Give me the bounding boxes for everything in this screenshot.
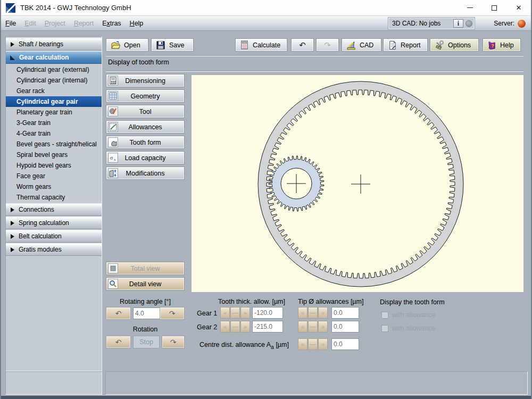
sidebar: Shaft / bearings Gear calculation Cylind… xyxy=(5,36,102,371)
magnifier-icon xyxy=(108,279,118,289)
rotate-cw-button[interactable]: ↷ xyxy=(160,307,185,320)
centre-dist-input[interactable] xyxy=(331,338,359,350)
undo-button[interactable]: ↶ xyxy=(291,38,314,52)
tip1-spinner: «—» xyxy=(298,307,328,319)
options-tools-icon xyxy=(435,40,444,50)
spin-dash-icon: — xyxy=(230,321,240,332)
help-book-icon: ? xyxy=(487,40,496,49)
detail-view-button[interactable]: Detail view xyxy=(106,277,185,290)
save-floppy-icon xyxy=(156,40,165,50)
sidebar-section-gratis-modules[interactable]: Gratis modules xyxy=(6,243,102,256)
sidebar-item-face-gear[interactable]: Face gear xyxy=(6,171,102,181)
gear1-allowance-input[interactable] xyxy=(252,307,283,319)
maximize-icon xyxy=(492,5,497,11)
maximize-button[interactable] xyxy=(482,0,506,15)
geometry-button[interactable]: Geometry xyxy=(106,89,185,103)
cad-button[interactable]: CAD xyxy=(342,38,381,52)
with-allowance-row-1: with allowance xyxy=(381,311,435,319)
dimensioning-button[interactable]: Dimensioning xyxy=(106,74,185,87)
with-allowance-checkbox-1 xyxy=(381,312,388,319)
menu-edit: Edit xyxy=(20,20,40,27)
rotate-ccw-icon: ↶ xyxy=(115,338,122,346)
gear2-allowance-input[interactable] xyxy=(252,321,283,332)
menu-file[interactable]: File xyxy=(1,20,20,27)
sidebar-item-cylindrical-gear-internal[interactable]: Cylindrical gear (internal) xyxy=(6,75,102,86)
open-button[interactable]: Open xyxy=(106,38,148,52)
toolbar-divider xyxy=(106,55,523,56)
calculate-button[interactable]: Calculate xyxy=(235,38,287,52)
spin-dash-icon: — xyxy=(308,321,318,332)
tip2-allowance-input[interactable] xyxy=(331,321,359,332)
rotating-angle-input[interactable] xyxy=(133,307,161,319)
load-capacity-button[interactable]: σx Load capacity xyxy=(106,151,185,164)
spin-dash-icon: — xyxy=(308,307,318,319)
tooth-form-icon xyxy=(108,137,118,147)
sidebar-section-connections[interactable]: Connections xyxy=(6,203,102,216)
sidebar-item-cylindrical-gear-pair[interactable]: Cylindrical gear pair xyxy=(6,96,102,107)
allowances-icon xyxy=(108,122,118,132)
centre-dist-label: Centre dist. allowance Aa [µm] xyxy=(200,341,289,350)
spin-left-icon: « xyxy=(298,338,307,350)
sidebar-item-3-gear-train[interactable]: 3-Gear train xyxy=(6,118,102,128)
sidebar-item-4-gear-train[interactable]: 4-Gear train xyxy=(6,128,102,139)
sidebar-item-planetary-gear-train[interactable]: Planetary gear train xyxy=(6,107,102,118)
sidebar-item-thermal-capacity[interactable]: Thermal capacity xyxy=(6,192,102,203)
sidebar-item-bevel-gears[interactable]: Bevel gears - straight/helical xyxy=(6,139,102,149)
allowances-button[interactable]: Allowances xyxy=(106,120,185,134)
sidebar-item-spiral-bevel-gears[interactable]: Spiral bevel gears xyxy=(6,149,102,160)
close-icon: ✕ xyxy=(516,4,522,12)
tip1-allowance-input[interactable] xyxy=(331,307,359,319)
centre-dist-spinner: «—» xyxy=(298,338,328,350)
rotate-cw-icon: ↷ xyxy=(169,309,176,318)
tool-button[interactable]: Tool xyxy=(106,105,185,118)
minimize-button[interactable] xyxy=(458,0,482,15)
spin-left-icon: « xyxy=(220,307,230,319)
tooth-thick-label: Tooth thick. allow. [µm] xyxy=(218,298,285,305)
sidebar-section-gear-calculation[interactable]: Gear calculation xyxy=(6,51,102,64)
rotation-cw-button[interactable]: ↷ xyxy=(162,336,185,348)
minimize-icon xyxy=(467,7,473,8)
sidebar-item-gear-rack[interactable]: Gear rack xyxy=(6,86,102,96)
display-tooth-form-label: Display the tooth form xyxy=(380,298,445,306)
panel-title-divider xyxy=(106,71,523,72)
menu-bar: File Edit Project Report Extras Help 3D … xyxy=(1,16,531,31)
spin-right-icon: » xyxy=(240,321,250,332)
tooth-form-canvas[interactable] xyxy=(192,75,523,292)
menu-extras[interactable]: Extras xyxy=(98,20,125,27)
menu-report: Report xyxy=(70,20,98,27)
open-folder-icon xyxy=(111,40,120,50)
svg-text:x: x xyxy=(114,157,116,162)
dimensioning-icon xyxy=(108,76,118,86)
cad-status-indicator xyxy=(466,20,472,27)
report-button[interactable]: Report xyxy=(383,38,428,52)
close-button[interactable]: ✕ xyxy=(506,0,531,15)
save-button[interactable]: Save xyxy=(151,38,194,52)
chevron-right-icon xyxy=(10,221,14,226)
sidebar-item-hypoid-bevel-gears[interactable]: Hypoid bevel gears xyxy=(6,160,102,171)
report-document-icon xyxy=(388,40,397,50)
help-button[interactable]: ? Help xyxy=(483,38,521,52)
rotating-angle-label: Rotating angle [°] xyxy=(106,298,185,305)
sidebar-section-shaft-bearings[interactable]: Shaft / bearings xyxy=(6,38,102,51)
rotate-ccw-button[interactable]: ↶ xyxy=(106,307,131,320)
sidebar-item-worm-gears[interactable]: Worm gears xyxy=(6,181,102,192)
rotate-ccw-icon: ↶ xyxy=(115,309,122,318)
tooth-form-button[interactable]: Tooth form xyxy=(106,136,185,149)
info-button[interactable]: i xyxy=(453,19,463,28)
rotation-ccw-button[interactable]: ↶ xyxy=(106,336,131,348)
sidebar-section-spring-calculation[interactable]: Spring calculation xyxy=(6,217,102,229)
spin-left-icon: « xyxy=(298,307,307,319)
total-view-icon xyxy=(108,263,118,273)
spin-right-icon: » xyxy=(318,307,328,319)
menu-help[interactable]: Help xyxy=(126,20,148,27)
options-button[interactable]: Options xyxy=(430,38,479,52)
tooth-form-drawing xyxy=(192,75,523,292)
sidebar-item-cylindrical-gear-external[interactable]: Cylindrical gear (external) xyxy=(6,64,102,75)
sidebar-section-belt-calculation[interactable]: Belt calculation xyxy=(6,230,102,243)
chevron-right-icon xyxy=(10,207,14,212)
modifications-button[interactable]: Modifications xyxy=(106,167,185,180)
spin-right-icon: » xyxy=(318,321,328,332)
geometry-icon xyxy=(108,91,118,101)
tool-gear-icon xyxy=(108,106,118,117)
app-window: TBK 2014 - GWJ Technology GmbH ✕ File Ed… xyxy=(0,0,532,399)
